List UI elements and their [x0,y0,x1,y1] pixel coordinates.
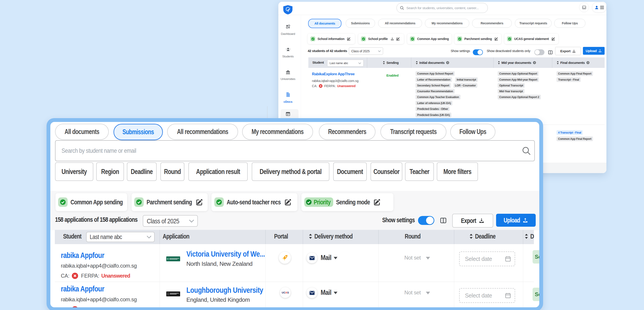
svg-text:?: ? [588,62,589,64]
svg-text:?: ? [534,62,535,64]
svg-text:?: ? [447,62,448,64]
